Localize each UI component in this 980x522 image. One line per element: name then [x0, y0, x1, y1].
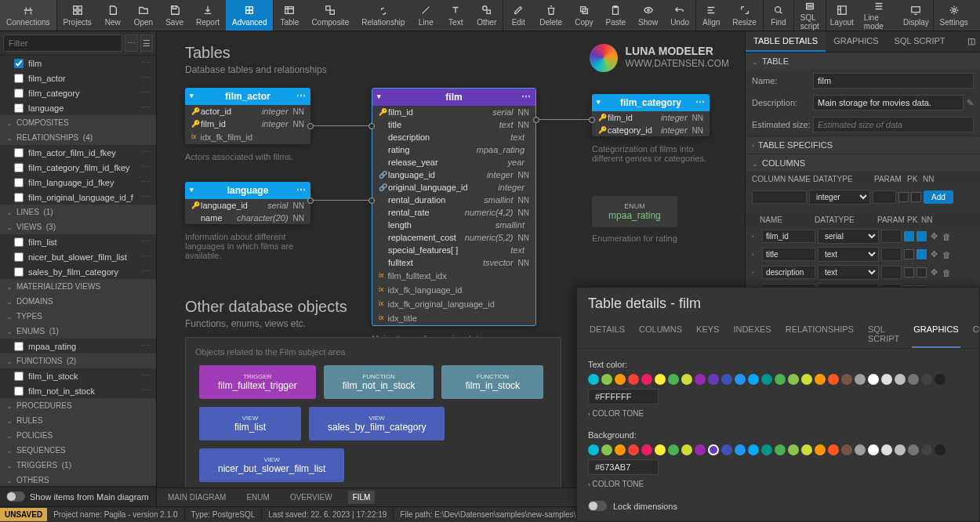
- undo-button[interactable]: Undo: [664, 0, 695, 31]
- filter-input[interactable]: [3, 34, 122, 52]
- new-col-name[interactable]: [752, 190, 807, 204]
- est-size-input[interactable]: [813, 117, 974, 132]
- fp-tab-indexes[interactable]: INDEXES: [731, 320, 772, 348]
- tree-section-triggers[interactable]: ⌄TRIGGERS (1): [0, 458, 156, 473]
- account-button[interactable]: Account: [975, 0, 980, 31]
- nn-checkbox[interactable]: [916, 231, 927, 241]
- text-color-input[interactable]: [588, 389, 659, 404]
- color-swatch[interactable]: [641, 444, 652, 455]
- color-swatch[interactable]: [921, 374, 932, 385]
- object-chip[interactable]: VIEWnicer_but_slower_film_list: [199, 448, 344, 482]
- delete-icon[interactable]: 🗑: [942, 267, 952, 277]
- color-swatch[interactable]: [828, 444, 839, 455]
- color-swatch[interactable]: [895, 444, 906, 455]
- show-button[interactable]: Show: [632, 0, 664, 31]
- color-swatch[interactable]: [601, 374, 612, 385]
- tree-item[interactable]: film_original_language_id_f⋯: [0, 190, 156, 205]
- object-chip[interactable]: FUNCTIONfilm_in_stock: [441, 365, 543, 399]
- color-swatch[interactable]: [601, 444, 612, 455]
- color-swatch[interactable]: [735, 444, 746, 455]
- nn-checkbox[interactable]: [916, 267, 927, 277]
- color-swatch[interactable]: [855, 374, 866, 385]
- tree-section-enums[interactable]: ⌄ENUMS (1): [0, 324, 156, 339]
- edit-button[interactable]: Edit: [503, 0, 533, 31]
- object-chip[interactable]: TRIGGERfilm_fulltext_trigger: [199, 365, 316, 399]
- tree-item[interactable]: mpaa_rating⋯: [0, 339, 156, 353]
- tree-section-rules[interactable]: ⌄RULES: [0, 413, 156, 428]
- color-swatch[interactable]: [935, 444, 946, 455]
- text-button[interactable]: Text: [441, 0, 470, 31]
- tree-section-domains[interactable]: ⌄DOMAINS: [0, 294, 156, 309]
- color-swatch[interactable]: [881, 374, 892, 385]
- delete-button[interactable]: Delete: [533, 0, 568, 31]
- color-swatch[interactable]: [628, 374, 639, 385]
- enum-box[interactable]: ENUM mpaa_rating: [592, 196, 677, 227]
- tree-section-materialized-views[interactable]: ⌄MATERIALIZED VIEWS: [0, 279, 156, 294]
- add-column-button[interactable]: Add: [924, 190, 953, 204]
- fp-tab-details[interactable]: DETAILS: [588, 320, 626, 348]
- tree-item[interactable]: film_category_film_id_fkey⋯: [0, 160, 156, 175]
- fp-tab-columns[interactable]: COLUMNS: [637, 320, 684, 348]
- display-button[interactable]: Display: [899, 0, 932, 31]
- tree-item[interactable]: film_in_stock⋯: [0, 368, 156, 383]
- tree-section-policies[interactable]: ⌄POLICIES: [0, 428, 156, 443]
- new-col-nn[interactable]: [911, 192, 921, 202]
- color-swatch[interactable]: [841, 374, 852, 385]
- fp-tab-relationships[interactable]: RELATIONSHIPS: [784, 320, 855, 348]
- settings-button[interactable]: Settings: [934, 0, 975, 31]
- color-swatch[interactable]: [655, 374, 666, 385]
- table-film_actor[interactable]: ▾film_actor⋯🔑actor_idintegerNN🔑film_idin…: [185, 88, 310, 144]
- tree-section-views[interactable]: ⌄VIEWS (3): [0, 219, 156, 234]
- line-mode-button[interactable]: Line mode: [858, 0, 899, 31]
- tree-section-sequences[interactable]: ⌄SEQUENCES: [0, 443, 156, 458]
- color-swatch[interactable]: [681, 374, 692, 385]
- bottom-tab-film[interactable]: FILM: [348, 491, 376, 504]
- color-swatch[interactable]: [935, 374, 946, 385]
- new-col-param[interactable]: [873, 190, 896, 204]
- specifics-section[interactable]: ›TABLE SPECIFICS: [746, 136, 980, 154]
- tree-section-functions[interactable]: ⌄FUNCTIONS (2): [0, 353, 156, 368]
- lock-dimensions-toggle[interactable]: [588, 501, 607, 511]
- move-icon[interactable]: ✥: [929, 231, 939, 241]
- advanced-button[interactable]: Advanced: [226, 0, 273, 31]
- color-swatch[interactable]: [815, 444, 826, 455]
- pk-checkbox[interactable]: [904, 249, 914, 259]
- pk-checkbox[interactable]: [904, 231, 914, 241]
- object-chip[interactable]: VIEWsales_by_film_category: [309, 407, 445, 440]
- edit-icon[interactable]: ✎: [967, 98, 974, 108]
- color-swatch[interactable]: [628, 444, 639, 455]
- color-swatch[interactable]: [708, 374, 719, 385]
- copy-button[interactable]: Copy: [568, 0, 599, 31]
- composite-button[interactable]: Composite: [305, 0, 355, 31]
- color-swatch[interactable]: [788, 374, 799, 385]
- open-button[interactable]: Open: [128, 0, 159, 31]
- filter-collapse-button[interactable]: ☰: [140, 34, 154, 52]
- tree-section-composites[interactable]: ⌄COMPOSITES: [0, 115, 156, 130]
- color-swatch[interactable]: [695, 374, 706, 385]
- table-desc-input[interactable]: [813, 95, 964, 111]
- tree-table-film_category[interactable]: film_category⋯: [0, 85, 156, 100]
- color-swatch[interactable]: [695, 444, 706, 455]
- save-button[interactable]: Save: [159, 0, 190, 31]
- show-main-toggle[interactable]: [6, 491, 25, 502]
- sql-script-button[interactable]: SQL script: [794, 0, 826, 31]
- tree-table-film[interactable]: film⋯: [0, 56, 156, 71]
- report-button[interactable]: Report: [190, 0, 226, 31]
- tree-table-language[interactable]: language⋯: [0, 100, 156, 115]
- color-swatch[interactable]: [775, 444, 786, 455]
- pk-checkbox[interactable]: [904, 267, 914, 277]
- color-swatch[interactable]: [668, 444, 679, 455]
- color-swatch[interactable]: [641, 374, 652, 385]
- fp-tab-sql script[interactable]: SQL SCRIPT: [866, 320, 901, 348]
- color-swatch[interactable]: [761, 374, 772, 385]
- color-swatch[interactable]: [815, 374, 826, 385]
- bottom-tab-enum[interactable]: ENUM: [241, 491, 274, 504]
- color-swatch[interactable]: [908, 374, 919, 385]
- panel-tab-sql-script[interactable]: SQL SCRIPT: [887, 31, 953, 52]
- connections-button[interactable]: Connections: [0, 0, 56, 31]
- new-button[interactable]: New: [98, 0, 128, 31]
- panel-tab-table-details[interactable]: TABLE DETAILS: [746, 31, 826, 52]
- table-name-input[interactable]: [813, 73, 974, 89]
- tree-item[interactable]: film_not_in_stock⋯: [0, 383, 156, 398]
- color-swatch[interactable]: [828, 374, 839, 385]
